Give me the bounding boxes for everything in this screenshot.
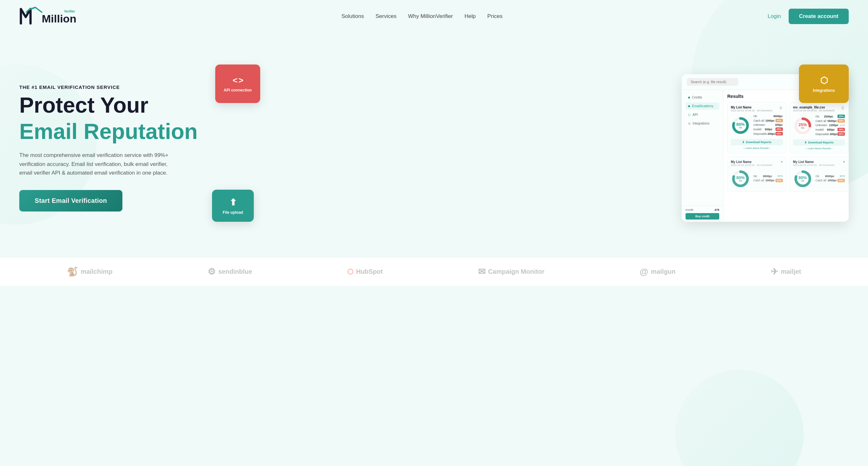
sidebar-item-api[interactable]: ⟨⟩ API [685, 111, 719, 119]
card3-avatar: ● [781, 160, 782, 163]
hero-title-line1: Protect Your [19, 94, 206, 116]
login-link[interactable]: Login [768, 13, 781, 20]
nav-link-help[interactable]: Help [465, 13, 476, 19]
card4-donut: 80%Ok [793, 169, 812, 189]
card1-date: 2021-02-03 14:45:31 · 46 S2verils42 [731, 109, 772, 112]
card1-stats: Ok: 8000pc Catch all: 1000pc 10% [753, 114, 783, 136]
logo-svg [19, 6, 45, 27]
nav-link-solutions[interactable]: Solutions [341, 13, 364, 19]
nav-link-services[interactable]: Services [375, 13, 396, 19]
nav-item-help[interactable]: Help [465, 13, 476, 20]
hero-content: THE #1 EMAIL VERIFICATION SERVICE Protec… [19, 85, 206, 211]
learn-about-results-1[interactable]: ○ Learn About Results › [731, 147, 783, 149]
partner-logo-sendinblue: ⚙ sendinblue [208, 266, 252, 277]
dashboard-sidebar: Credits EmailAcademy ⟨⟩ API ⊞ Integratio… [682, 90, 723, 222]
card3-date: 2021-02-03 14:45:31 · 46 S2verils42 [731, 164, 772, 167]
nav-link-prices[interactable]: Prices [487, 13, 502, 19]
buy-credit-button[interactable]: Buy credit [685, 213, 719, 220]
card2-delete-icon[interactable]: 🗑 [841, 106, 845, 110]
card1-donut-label: 80%Ok [736, 122, 745, 129]
hubspot-icon: ⬡ [347, 268, 353, 276]
card4-avatar: ● [843, 160, 845, 163]
result-card-1: My List Name 2021-02-03 14:45:31 · 46 S2… [727, 102, 786, 154]
hero-eyebrow: THE #1 EMAIL VERIFICATION SERVICE [19, 85, 206, 90]
card3-title: My List Name [731, 160, 772, 164]
learn-about-results-2[interactable]: ○ Learn About Results › [793, 147, 845, 150]
logos-bar: 🐒 mailchimp ⚙ sendinblue ⬡ HubSpot ✉ Cam… [0, 257, 868, 286]
nav-actions: Login Create account [768, 9, 849, 24]
card2-date: 2021-02-03 14:45:31 · 46 S2verils42 [793, 109, 835, 112]
create-account-button[interactable]: Create account [789, 9, 849, 24]
nav-item-why[interactable]: Why MillionVerifier [408, 13, 453, 20]
file-upload-card: ⬆ File upload [212, 190, 254, 222]
card4-donut-label: 80%Ok [799, 175, 807, 182]
nav-links: Solutions Services Why MillionVerifier H… [341, 13, 502, 20]
partner-logo-mailchimp: 🐒 mailchimp [67, 266, 113, 277]
download-icon-1: ⬇ [742, 140, 745, 144]
mailgun-icon: @ [640, 267, 648, 277]
integrations-label: Integrations [813, 88, 835, 93]
card3-donut-label: 80%Ok [736, 175, 745, 182]
result-card-2: mv_example_file.csv 2021-02-03 14:45:31 … [789, 102, 849, 154]
sidebar-item-emailacademy[interactable]: EmailAcademy [685, 102, 719, 110]
nav-item-services[interactable]: Services [375, 13, 396, 20]
card2-stats: Ok: 2500pc 25% Catch all: 5500pc 55% [816, 114, 845, 137]
card1-delete-icon[interactable]: 🗑 [779, 106, 783, 110]
dashboard-main: Results My List Name 2021-02-03 14:45:31… [723, 90, 849, 222]
card1-title: My List Name [731, 106, 772, 109]
card2-donut: 25%Ok [793, 116, 812, 135]
mailjet-icon: ✈ [771, 266, 778, 277]
dashboard-search[interactable] [687, 78, 738, 86]
nav-link-why[interactable]: Why MillionVerifier [408, 13, 453, 19]
integrations-icon: ⬡ [820, 75, 828, 86]
card4-date: 2021-02-03 14:45:31 · 46 S2verils42 [793, 164, 835, 167]
main-nav: Verifier Million Solutions Services Why … [0, 0, 868, 32]
credits-label: Kredit: [685, 208, 694, 211]
million-label: Million [42, 13, 76, 24]
integrations-card: ⬡ Integrations [799, 65, 849, 103]
card3-donut: 80%Ok [731, 169, 750, 189]
download-reports-btn-2[interactable]: ⬇ Download Reports [793, 139, 845, 146]
result-card-4: My List Name 2021-02-03 14:45:31 · 46 S2… [789, 157, 849, 192]
card4-stats: Ok: 8000pc 80% Catch all: 1000pc 10% [816, 175, 845, 183]
nav-item-prices[interactable]: Prices [487, 13, 502, 20]
partner-logo-mailjet: ✈ mailjet [771, 266, 801, 277]
credits-bar: Kredit: 478 Buy credit [682, 205, 723, 222]
sidebar-item-integrations[interactable]: ⊞ Integrations [685, 120, 719, 127]
card2-donut-label: 25%Ok [799, 122, 807, 129]
card4-title: My List Name [793, 160, 835, 164]
nav-item-solutions[interactable]: Solutions [341, 13, 364, 20]
dashboard-content: Credits EmailAcademy ⟨⟩ API ⊞ Integratio… [682, 90, 849, 222]
logo[interactable]: Verifier Million [19, 6, 76, 27]
download-reports-btn-1[interactable]: ⬇ Download Reports [731, 139, 783, 145]
campaign-monitor-icon: ✉ [478, 266, 486, 277]
hero-description: The most comprehensive email verificatio… [19, 151, 180, 177]
hero-visual: < > API connection ⬡ Integrations ⬆ File… [206, 55, 849, 241]
api-icon: < > [232, 75, 243, 86]
download-icon-2: ⬇ [804, 141, 807, 144]
hero-title-line2: Email Reputation [19, 120, 206, 143]
sendinblue-icon: ⚙ [208, 266, 216, 277]
partner-logo-mailgun: @ mailgun [640, 267, 676, 277]
credits-value: 478 [714, 208, 719, 211]
partner-logo-campaign-monitor: ✉ Campaign Monitor [478, 266, 545, 277]
mailchimp-icon: 🐒 [67, 266, 78, 277]
card3-stats: Ok: 8000pc 80% Catch all: 1000pc 10% [753, 175, 783, 183]
sidebar-item-credits[interactable]: Credits [685, 94, 719, 101]
upload-icon: ⬆ [229, 197, 237, 208]
api-card: < > API connection [215, 65, 260, 103]
card2-title: mv_example_file.csv [793, 106, 835, 109]
hero-section: THE #1 EMAIL VERIFICATION SERVICE Protec… [0, 32, 868, 257]
upload-label: File upload [223, 210, 243, 215]
api-label: API connection [224, 88, 251, 93]
partner-logo-hubspot: ⬡ HubSpot [347, 268, 382, 276]
result-card-3: My List Name 2021-02-03 14:45:31 · 46 S2… [727, 157, 786, 192]
card1-donut: 80%Ok [731, 116, 750, 135]
start-verification-button[interactable]: Start Email Verification [19, 190, 122, 211]
results-grid: My List Name 2021-02-03 14:45:31 · 46 S2… [727, 102, 845, 192]
